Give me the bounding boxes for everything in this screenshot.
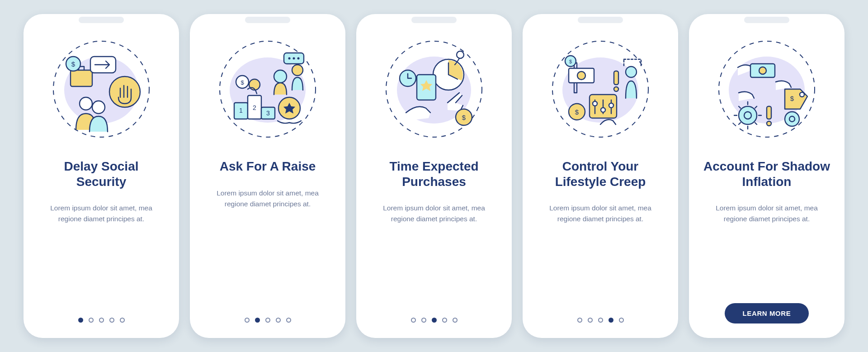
pagination-dots [368,318,500,323]
dot-4[interactable] [609,318,613,323]
screen-description: Lorem ipsum dolor sit amet, mea regione … [202,188,334,209]
svg-point-39 [297,57,300,60]
onboarding-screen-2: 1 2 3 $ Ask For A Raise Lorem ipsum dolo… [190,14,345,338]
dot-1[interactable] [577,318,582,323]
screen-title: Delay Social Security [35,159,167,189]
learn-more-button[interactable]: LEARN MORE [725,303,809,323]
ask-raise-icon: 1 2 3 $ [202,30,334,148]
svg-rect-2 [71,70,92,86]
svg-text:$: $ [241,79,244,86]
dot-3[interactable] [99,318,104,323]
svg-text:$: $ [462,114,466,121]
phone-notch [67,14,135,26]
delay-social-security-icon: $ [35,30,167,148]
dot-2[interactable] [421,318,426,323]
svg-text:1: 1 [239,107,243,114]
time-purchases-icon: $ [368,30,500,148]
dot-3[interactable] [265,318,270,323]
phone-notch [234,14,302,26]
dot-1[interactable] [78,318,83,323]
lifestyle-creep-icon: $ $ [534,30,666,148]
svg-text:3: 3 [266,109,270,117]
screen-title: Control Your Lifestyle Creep [534,159,666,189]
dot-2[interactable] [89,318,94,323]
svg-point-37 [288,57,291,60]
svg-text:$: $ [790,95,794,102]
dot-2[interactable] [588,318,593,323]
onboarding-screen-3: $ Time Expected Purchases Lorem ipsum do… [356,14,512,338]
svg-text:$: $ [71,60,75,68]
dot-5[interactable] [453,318,458,323]
screen-description: Lorem ipsum dolor sit amet, mea regione … [35,203,167,224]
svg-rect-65 [614,71,618,85]
onboarding-screen-1: $ Delay Social Security Lorem ipsum dolo… [24,14,179,338]
svg-text:$: $ [569,59,572,64]
phone-notch [733,14,801,26]
dot-3[interactable] [598,318,603,323]
svg-rect-97 [767,106,771,119]
svg-text:$: $ [575,108,579,116]
pagination-dots [35,318,167,323]
dot-5[interactable] [619,318,624,323]
dot-1[interactable] [245,318,250,323]
dot-5[interactable] [286,318,291,323]
screen-title: Time Expected Purchases [368,159,500,189]
dot-4[interactable] [109,318,114,323]
dot-2[interactable] [255,318,260,323]
onboarding-screen-5: $ Account For Shadow Inflation Lorem ips… [689,14,844,338]
pagination-dots [202,318,334,323]
phone-notch [566,14,634,26]
pagination-dots [534,318,666,323]
svg-text:2: 2 [253,104,256,111]
screen-description: Lorem ipsum dolor sit amet, mea regione … [368,203,500,224]
onboarding-screen-4: $ $ Control Your Lifestyle Creep Lorem i… [523,14,678,338]
dot-4[interactable] [442,318,447,323]
svg-point-38 [293,57,295,60]
screen-title: Account For Shadow Inflation [701,159,833,189]
phone-notch [400,14,468,26]
dot-3[interactable] [432,318,437,323]
screen-description: Lorem ipsum dolor sit amet, mea regione … [701,203,833,224]
dot-5[interactable] [120,318,125,323]
dot-1[interactable] [411,318,416,323]
screen-description: Lorem ipsum dolor sit amet, mea regione … [534,203,666,224]
dot-4[interactable] [276,318,281,323]
screen-title: Ask For A Raise [202,159,334,174]
shadow-inflation-icon: $ [701,30,833,148]
